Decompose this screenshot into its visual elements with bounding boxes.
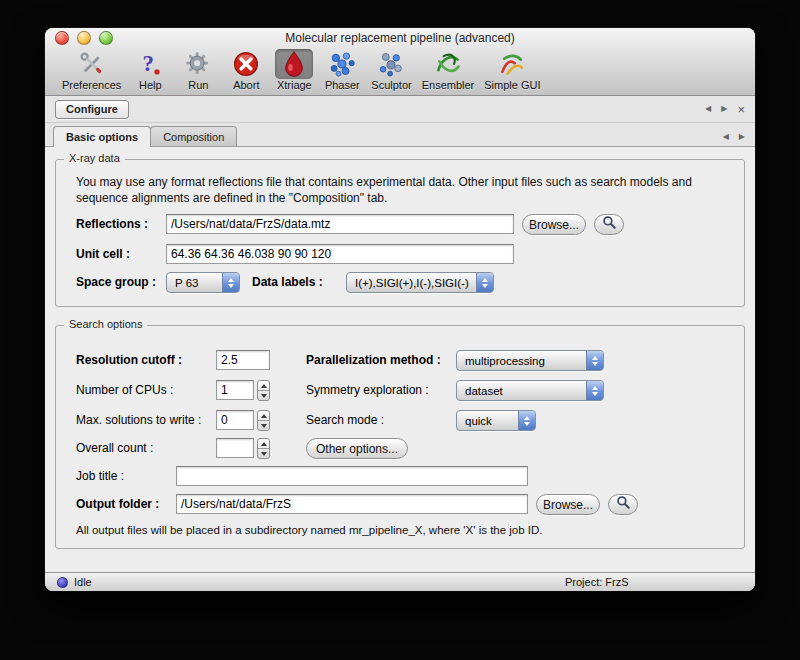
nav-forward-icon[interactable]: ▶ xyxy=(721,105,727,113)
titlebar[interactable]: Molecular replacement pipeline (advanced… xyxy=(45,28,755,48)
toolbar-button-abort[interactable]: Abort xyxy=(222,49,270,91)
sculptor-icon xyxy=(372,49,410,79)
output-folder-view-button[interactable] xyxy=(608,494,638,515)
unit-cell-input[interactable] xyxy=(166,244,514,264)
symmetry-exploration-value: dataset xyxy=(465,385,503,397)
output-folder-browse-button[interactable]: Browse... xyxy=(536,494,600,515)
search-options-legend: Search options xyxy=(64,318,147,330)
ensembler-icon xyxy=(429,49,467,79)
parallelization-method-label: Parallelization method : xyxy=(306,353,441,367)
other-options-button[interactable]: Other options... xyxy=(306,438,408,459)
xray-data-legend: X-ray data xyxy=(64,152,125,164)
tab-scroll-right-icon[interactable]: ▶ xyxy=(739,133,745,141)
chevron-up-down-icon xyxy=(518,411,535,430)
toolbar-button-sculptor[interactable]: Sculptor xyxy=(366,49,416,91)
other-options-label: Other options... xyxy=(316,442,398,456)
toolbar-label-phaser: Phaser xyxy=(325,79,360,91)
data-labels-select[interactable]: I(+),SIGI(+),I(-),SIGI(-) xyxy=(346,272,494,293)
resolution-cutoff-label: Resolution cutoff : xyxy=(76,353,182,367)
configure-bar: Configure ◀ ▶ × xyxy=(45,96,755,123)
close-tab-icon[interactable]: × xyxy=(737,103,745,116)
magnifier-icon xyxy=(602,215,617,234)
stepper-down-icon[interactable] xyxy=(258,448,269,458)
magnifier-icon xyxy=(616,495,631,514)
chevron-up-down-icon xyxy=(476,273,493,292)
tab-basic-options[interactable]: Basic options xyxy=(53,126,151,147)
toolbar-button-ensembler[interactable]: Ensembler xyxy=(417,49,480,91)
search-mode-value: quick xyxy=(465,415,492,427)
window-title: Molecular replacement pipeline (advanced… xyxy=(45,31,755,45)
main-content: X-ray data You may use any format reflec… xyxy=(45,147,755,579)
toolbar-button-help[interactable]: ? Help xyxy=(126,49,174,91)
chevron-up-down-icon xyxy=(222,273,239,292)
data-labels-value: I(+),SIGI(+),I(-),SIGI(-) xyxy=(355,277,469,289)
abort-icon xyxy=(227,49,265,79)
parallelization-method-select[interactable]: multiprocessing xyxy=(456,350,604,371)
number-of-cpus-input[interactable] xyxy=(216,380,254,400)
toolbar-label-xtriage: Xtriage xyxy=(277,79,312,91)
status-indicator-icon xyxy=(57,577,68,588)
symmetry-exploration-label: Symmetry exploration : xyxy=(306,383,429,397)
space-group-label: Space group : xyxy=(76,275,156,289)
notebook-tabs: Basic options Composition ◀ ▶ xyxy=(45,123,755,147)
stepper-up-icon[interactable] xyxy=(258,411,269,420)
output-folder-input[interactable] xyxy=(176,494,528,514)
tab-composition[interactable]: Composition xyxy=(150,126,237,146)
toolbar-label-help: Help xyxy=(139,79,162,91)
max-solutions-stepper[interactable] xyxy=(257,410,270,431)
stepper-up-icon[interactable] xyxy=(258,381,269,390)
toolbar-button-xtriage[interactable]: Xtriage xyxy=(270,49,318,91)
xtriage-icon xyxy=(275,49,313,79)
chevron-up-down-icon xyxy=(586,351,603,370)
job-title-input[interactable] xyxy=(176,466,528,486)
symmetry-exploration-select[interactable]: dataset xyxy=(456,380,604,401)
toolbar-label-run: Run xyxy=(188,79,208,91)
resolution-cutoff-input[interactable] xyxy=(216,350,270,370)
tab-scroll-left-icon[interactable]: ◀ xyxy=(723,133,729,141)
toolbar-label-sculptor: Sculptor xyxy=(371,79,411,91)
search-options-group: Search options Resolution cutoff : Paral… xyxy=(55,325,745,549)
reflections-label: Reflections : xyxy=(76,217,148,231)
xray-data-group: X-ray data You may use any format reflec… xyxy=(55,159,745,307)
preferences-icon xyxy=(73,49,111,79)
stepper-down-icon[interactable] xyxy=(258,390,269,400)
space-group-value: P 63 xyxy=(175,277,198,289)
space-group-select[interactable]: P 63 xyxy=(166,272,240,293)
toolbar-button-phaser[interactable]: Phaser xyxy=(318,49,366,91)
reflections-input[interactable] xyxy=(166,214,514,234)
window-chrome: Molecular replacement pipeline (advanced… xyxy=(45,28,755,96)
reflections-browse-button[interactable]: Browse... xyxy=(522,214,586,235)
toolbar: Preferences ? Help xyxy=(45,48,755,95)
number-of-cpus-label: Number of CPUs : xyxy=(76,383,173,397)
app-window: Molecular replacement pipeline (advanced… xyxy=(45,28,755,591)
nav-back-icon[interactable]: ◀ xyxy=(705,105,711,113)
configure-tab[interactable]: Configure xyxy=(55,100,129,119)
overall-count-input[interactable] xyxy=(216,438,254,458)
status-bar: Idle Project: FrzS xyxy=(45,572,755,591)
tab-basic-options-label: Basic options xyxy=(66,131,138,143)
status-text: Idle xyxy=(74,576,92,588)
toolbar-button-run[interactable]: Run xyxy=(174,49,222,91)
help-icon: ? xyxy=(131,49,169,79)
max-solutions-input[interactable] xyxy=(216,410,254,430)
toolbar-label-simple-gui: Simple GUI xyxy=(484,79,540,91)
toolbar-button-preferences[interactable]: Preferences xyxy=(57,49,126,91)
unit-cell-label: Unit cell : xyxy=(76,247,130,261)
max-solutions-label: Max. solutions to write : xyxy=(76,413,201,427)
run-icon xyxy=(179,49,217,79)
toolbar-label-abort: Abort xyxy=(233,79,259,91)
chevron-up-down-icon xyxy=(586,381,603,400)
cpus-stepper[interactable] xyxy=(257,380,270,401)
stepper-up-icon[interactable] xyxy=(258,439,269,448)
stepper-down-icon[interactable] xyxy=(258,420,269,430)
output-folder-browse-label: Browse... xyxy=(543,498,593,512)
overall-count-stepper[interactable] xyxy=(257,438,270,459)
project-label: Project: FrzS xyxy=(565,576,629,588)
output-folder-label: Output folder : xyxy=(76,497,159,511)
configure-nav: ◀ ▶ × xyxy=(705,103,745,116)
job-title-label: Job title : xyxy=(76,469,124,483)
reflections-view-button[interactable] xyxy=(594,214,624,235)
toolbar-button-simple-gui[interactable]: Simple GUI xyxy=(479,49,545,91)
toolbar-label-ensembler: Ensembler xyxy=(422,79,475,91)
search-mode-select[interactable]: quick xyxy=(456,410,536,431)
